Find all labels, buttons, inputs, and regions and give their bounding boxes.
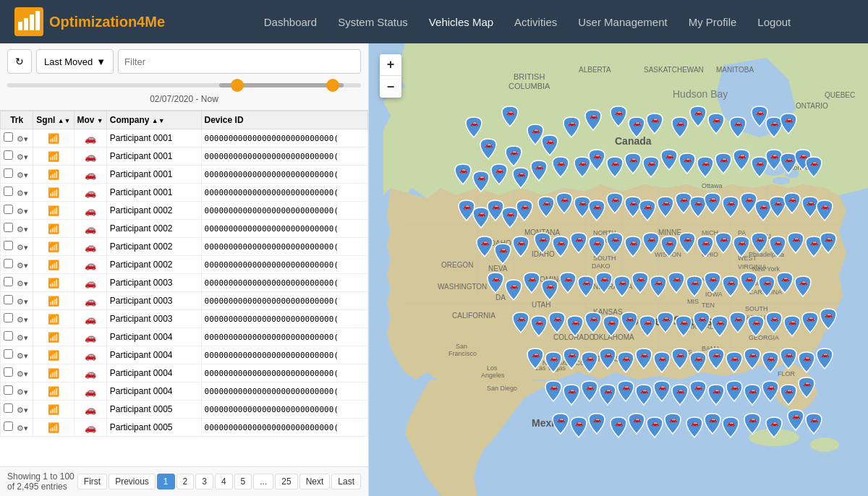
map-svg: Hudson Bay Canada BRITISH COLUMBIA ALBER…	[369, 43, 868, 496]
row-checkbox-13[interactable]	[4, 367, 13, 377]
row-checkbox-5[interactable]	[4, 223, 13, 232]
col-header-company[interactable]: Company ▲▼	[106, 111, 201, 129]
svg-text:🚗: 🚗	[712, 386, 721, 395]
row-checkbox-16[interactable]	[4, 422, 13, 431]
row-device-16: 000000000000000000000000000(	[201, 419, 367, 437]
svg-text:🚗: 🚗	[510, 147, 519, 156]
col-header-trk[interactable]: Trk	[1, 111, 33, 129]
last-page-button[interactable]: Last	[331, 474, 361, 489]
row-trk-5: ⚙▾	[1, 220, 33, 238]
row-gear-14[interactable]: ⚙▾	[15, 388, 30, 397]
row-gear-10[interactable]: ⚙▾	[15, 315, 30, 325]
svg-text:🚗: 🚗	[463, 202, 472, 210]
row-gear-6[interactable]: ⚙▾	[15, 243, 30, 252]
page-25-button[interactable]: 25	[275, 474, 297, 489]
row-checkbox-12[interactable]	[4, 349, 13, 359]
row-gear-12[interactable]: ⚙▾	[15, 351, 30, 361]
page-2-button[interactable]: 2	[176, 474, 195, 489]
row-gear-11[interactable]: ⚙▾	[15, 333, 30, 343]
row-checkbox-6[interactable]	[4, 241, 13, 250]
row-trk-9: ⚙▾	[1, 292, 33, 310]
row-checkbox-1[interactable]	[4, 150, 13, 160]
svg-text:🚗: 🚗	[557, 238, 566, 247]
row-checkbox-2[interactable]	[4, 168, 13, 178]
row-checkbox-15[interactable]	[4, 403, 13, 413]
nav-activities[interactable]: Activities	[506, 12, 566, 33]
nav-system-status[interactable]: System Status	[329, 12, 417, 33]
car-icon-12: 🚗	[85, 350, 96, 361]
svg-text:🚗: 🚗	[582, 278, 591, 286]
svg-text:🚗: 🚗	[662, 314, 671, 322]
date-range-slider[interactable]	[7, 78, 361, 93]
last-moved-button[interactable]: Last Moved ▼	[36, 49, 114, 74]
row-signal-2: 📶	[33, 166, 74, 184]
row-company-6: Participant 0002	[106, 238, 201, 256]
slider-thumb-left[interactable]	[231, 79, 244, 92]
page-1-button[interactable]: 1	[157, 474, 175, 489]
svg-text:🚗: 🚗	[727, 278, 736, 286]
zoom-in-button[interactable]: +	[380, 54, 401, 76]
row-gear-3[interactable]: ⚙▾	[15, 189, 30, 198]
zoom-out-button[interactable]: −	[380, 76, 401, 98]
col-header-mov[interactable]: Mov ▼	[74, 111, 106, 129]
row-signal-7: 📶	[33, 256, 74, 274]
filter-input[interactable]	[118, 49, 361, 74]
row-gear-8[interactable]: ⚙▾	[15, 279, 30, 288]
controls-row1: ↻ Last Moved ▼	[7, 49, 361, 74]
row-gear-4[interactable]: ⚙▾	[15, 207, 30, 216]
wifi-icon-9: 📶	[48, 296, 59, 307]
row-movement-10: 🚗	[74, 310, 106, 328]
row-gear-5[interactable]: ⚙▾	[15, 225, 30, 234]
row-gear-0[interactable]: ⚙▾	[15, 134, 30, 144]
svg-text:🚗: 🚗	[734, 314, 743, 322]
row-trk-4: ⚙▾	[1, 202, 33, 220]
svg-text:OKLAHOMA: OKLAHOMA	[593, 333, 634, 341]
row-gear-2[interactable]: ⚙▾	[15, 171, 30, 180]
row-checkbox-9[interactable]	[4, 295, 13, 304]
row-checkbox-4[interactable]	[4, 205, 13, 214]
row-checkbox-14[interactable]	[4, 385, 13, 395]
row-checkbox-3[interactable]	[4, 187, 13, 196]
nav-vehicles-map[interactable]: Vehicles Map	[420, 12, 502, 33]
row-checkbox-0[interactable]	[4, 132, 13, 142]
svg-text:🚗: 🚗	[694, 354, 703, 362]
row-trk-11: ⚙▾	[1, 328, 33, 346]
nav-dashboard[interactable]: Dashboard	[255, 12, 326, 33]
svg-text:🚗: 🚗	[622, 382, 631, 391]
page-4-button[interactable]: 4	[215, 474, 233, 489]
svg-text:🚗: 🚗	[593, 202, 602, 210]
row-gear-16[interactable]: ⚙▾	[15, 424, 30, 433]
svg-text:🚗: 🚗	[611, 158, 620, 167]
prev-page-button[interactable]: Previous	[109, 474, 156, 489]
row-checkbox-11[interactable]	[4, 331, 13, 341]
slider-thumb-right[interactable]	[326, 79, 339, 92]
row-gear-1[interactable]: ⚙▾	[15, 153, 30, 162]
page-5-button[interactable]: 5	[234, 474, 252, 489]
row-device-8: 000000000000000000000000000(	[201, 274, 367, 292]
row-checkbox-10[interactable]	[4, 313, 13, 322]
row-device-5: 000000000000000000000000000(	[201, 220, 367, 238]
svg-point-10	[810, 437, 839, 452]
svg-text:MIS: MIS	[687, 298, 699, 305]
row-gear-13[interactable]: ⚙▾	[15, 369, 30, 379]
nav-user-management[interactable]: User Management	[569, 12, 676, 33]
row-checkbox-8[interactable]	[4, 277, 13, 286]
nav-logout[interactable]: Logout	[749, 12, 799, 33]
col-header-sgnl[interactable]: Sgnl ▲▼	[33, 111, 74, 129]
page-3-button[interactable]: 3	[195, 474, 213, 489]
row-movement-12: 🚗	[74, 346, 106, 364]
wifi-icon-8: 📶	[48, 278, 59, 288]
svg-text:🚗: 🚗	[684, 234, 692, 243]
refresh-button[interactable]: ↻	[7, 49, 32, 74]
row-gear-9[interactable]: ⚙▾	[15, 297, 30, 307]
svg-text:🚗: 🚗	[459, 166, 468, 174]
row-gear-15[interactable]: ⚙▾	[15, 406, 30, 415]
col-header-device[interactable]: Device ID	[201, 111, 367, 129]
svg-rect-1	[18, 22, 22, 30]
row-gear-7[interactable]: ⚙▾	[15, 261, 30, 270]
nav-my-profile[interactable]: My Profile	[680, 12, 746, 33]
vehicles-table: Trk Sgnl ▲▼ Mov ▼ Company ▲▼ Device ID ⚙…	[0, 111, 368, 437]
first-page-button[interactable]: First	[77, 474, 107, 489]
row-checkbox-7[interactable]	[4, 259, 13, 268]
next-page-button[interactable]: Next	[299, 474, 331, 489]
